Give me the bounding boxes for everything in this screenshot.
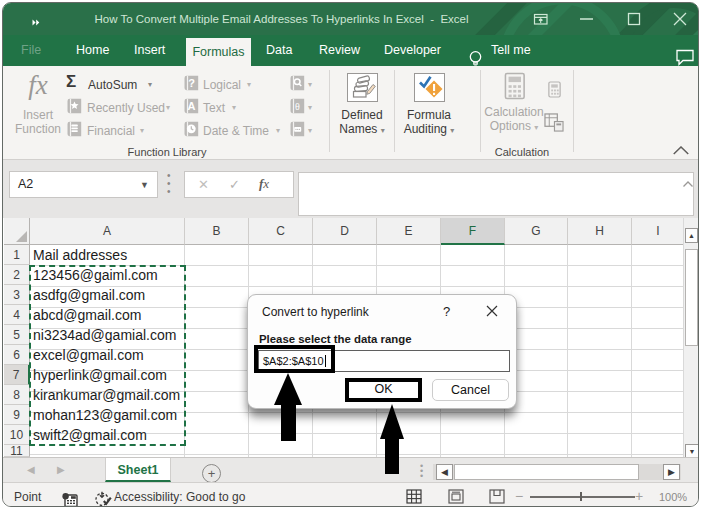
svg-text:θ: θ [295,101,300,112]
svg-text:A: A [188,100,196,112]
svg-text:?: ? [188,77,195,89]
